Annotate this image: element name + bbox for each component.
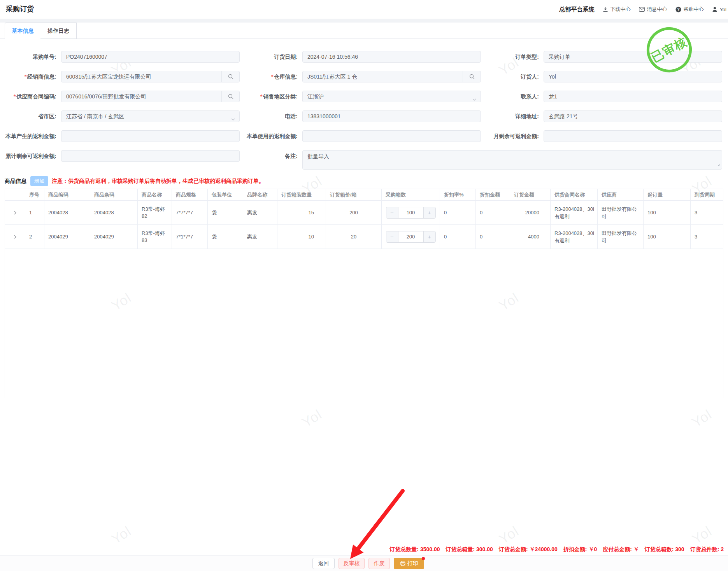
cell-value: 7*7*7*7 (176, 209, 193, 216)
cell-value: 2004028 (48, 209, 68, 216)
quantity-stepper: −200+ (386, 231, 436, 243)
resize-grip-icon (717, 163, 721, 166)
cell-value: 3 (695, 209, 697, 216)
column-label: 订货金额 (514, 191, 534, 198)
column-label: 商品名称 (142, 191, 162, 198)
watermark-text: Yol (299, 406, 325, 431)
stepper-value-input[interactable]: 200 (398, 231, 423, 242)
summary-item: 订货总件数: 2 (690, 546, 724, 552)
stepper-value-input[interactable]: 100 (398, 207, 423, 218)
stepper-increase-button[interactable]: + (423, 207, 435, 218)
summary-item: 应付总金额: ￥ (603, 546, 639, 552)
table-cell: 15 (277, 201, 326, 224)
page-header: 采购订货 总部平台系统 下载中心 消息中心 ? 帮助中心 Yol (0, 0, 728, 19)
table-cell: R3-2004028、30l有返利 (551, 225, 598, 249)
table-cell: 4000 (510, 225, 551, 249)
cell-value: 0 (480, 233, 482, 240)
field-label-text: 详细地址: (515, 113, 539, 119)
order-totals-summary: 订货总数量: 3500.00订货总箱量: 300.00订货总金额: ￥24000… (384, 546, 724, 553)
chevron-right-icon (13, 210, 18, 215)
purchase-boxes-cell: −100+ (382, 201, 440, 224)
nav-help-center[interactable]: ? 帮助中心 (675, 6, 703, 13)
field-input-remark[interactable]: 批量导入 (302, 150, 722, 170)
summary-item: 订货总箱数: 300 (645, 546, 684, 552)
table-header-cell: 商品条码 (90, 189, 138, 200)
table-cell: 1 (25, 201, 44, 224)
table-cell: 2 (25, 225, 44, 249)
cell-value: 1 (29, 209, 32, 216)
field-input-rebate-month-remain[interactable] (544, 130, 722, 142)
field-value: 600315/江苏大区宝龙快运有限公司 (66, 74, 151, 80)
table-cell: 7*7*7*7 (172, 201, 208, 224)
table-cell: 惠发 (243, 201, 277, 224)
stepper-increase-button[interactable]: + (423, 231, 435, 242)
field-label-text: 订货人: (521, 74, 539, 80)
field-input-contact[interactable]: 龙1 (544, 91, 722, 102)
cell-value: 15 (309, 209, 314, 216)
row-expander[interactable] (5, 225, 25, 249)
purchase-boxes-cell: −200+ (382, 225, 440, 249)
download-icon (603, 7, 608, 12)
product-section-title: 商品信息 (5, 178, 26, 185)
row-expander[interactable] (5, 201, 25, 224)
back-button[interactable]: 返回 (312, 558, 335, 569)
add-product-button[interactable]: 增加 (30, 176, 48, 186)
table-row: 220040292004029R3常-海虾837*1*7*7袋惠发1020−20… (5, 225, 723, 249)
field-label-text: 经销商信息: (27, 74, 56, 80)
field-label-text: 省市区: (38, 113, 56, 119)
chevron-right-icon (13, 235, 18, 239)
print-button[interactable]: 打印 (394, 558, 424, 569)
field-input-order-type[interactable]: 采购订单 (544, 51, 722, 63)
field-value: 0076016/0076/田野批发有限公司 (66, 93, 146, 100)
field-value: PO24071600007 (66, 54, 107, 60)
unapprove-button[interactable]: 反审核 (339, 558, 365, 569)
cell-value: 2004029 (94, 233, 114, 240)
column-label: 商品条码 (94, 191, 114, 198)
field-label-sales-region: *销售地区分类: (173, 91, 298, 102)
field-label-rebate-total-remain: 累计剩余可返利金额: (0, 150, 56, 162)
user-icon (712, 7, 717, 12)
table-cell: 田野批发有限公司 (598, 201, 644, 224)
field-label-province-city: 省市区: (0, 110, 56, 122)
field-label-supplier-contract: *供应商合同编码: (0, 91, 56, 102)
field-value: 2024-07-16 10:56:46 (307, 54, 358, 60)
table-cell: 20 (326, 225, 382, 249)
column-label: 供应商 (602, 191, 617, 198)
top-nav: 总部平台系统 下载中心 消息中心 ? 帮助中心 Yol (559, 0, 726, 19)
print-button-label: 打印 (407, 558, 418, 569)
field-label-contact: 联系人: (414, 91, 539, 102)
summary-item: 订货总箱量: 300.00 (446, 546, 493, 552)
cell-value: R3常-海虾83 (142, 230, 168, 244)
cell-value: 惠发 (247, 209, 257, 216)
void-button[interactable]: 作废 (368, 558, 390, 569)
stepper-decrease-button[interactable]: − (386, 231, 398, 242)
table-cell: R3-2004028、30l有返利 (551, 201, 598, 224)
column-label: 商品规格 (176, 191, 196, 198)
field-label-rebate-used: 本单使用的返利金额: (173, 130, 298, 142)
field-input-orderer[interactable]: Yol (544, 71, 722, 82)
table-cell: 0 (476, 225, 510, 249)
nav-download-label: 下载中心 (610, 6, 630, 13)
field-value: 批量导入 (307, 153, 329, 159)
cell-value: 惠发 (247, 233, 257, 240)
column-label: 起订量 (647, 191, 663, 198)
nav-user[interactable]: Yol (712, 7, 726, 12)
tab-operation-log[interactable]: 操作日志 (40, 23, 77, 39)
table-cell: 2004028 (90, 201, 138, 224)
table-header-cell (5, 189, 25, 200)
textarea-resize-handle[interactable] (717, 161, 721, 168)
cell-value: 2004029 (48, 233, 68, 240)
required-asterisk: * (271, 74, 273, 80)
nav-download-center[interactable]: 下载中心 (603, 6, 630, 13)
nav-message-label: 消息中心 (647, 6, 667, 13)
table-cell: 袋 (208, 225, 243, 249)
stepper-decrease-button[interactable]: − (386, 207, 398, 218)
tab-basic-info[interactable]: 基本信息 (5, 23, 41, 39)
field-input-address[interactable]: 玄武路 21号 (544, 110, 722, 122)
field-label-text: 供应商合同编码: (16, 93, 56, 100)
cell-value: 田野批发有限公司 (602, 206, 640, 220)
watermark-text: Yol (689, 406, 715, 431)
cell-value: 0 (444, 209, 447, 216)
nav-message-center[interactable]: 消息中心 (639, 6, 667, 13)
cell-value: 2 (29, 233, 32, 240)
